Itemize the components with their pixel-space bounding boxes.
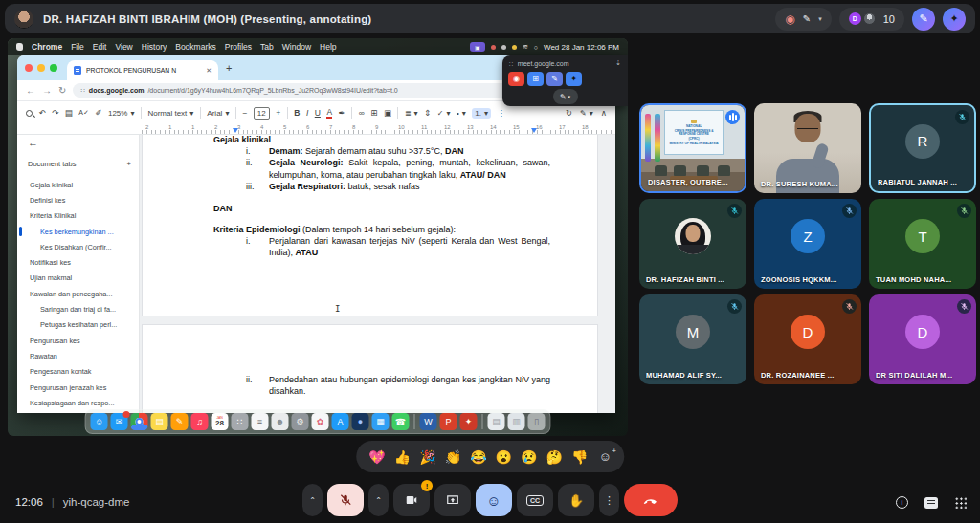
mute-button[interactable]: [327, 484, 364, 516]
dock-launchpad-icon[interactable]: ∷: [232, 413, 249, 430]
annotate-pen-button[interactable]: ✎: [912, 8, 935, 31]
add-reaction-icon[interactable]: ☺+: [598, 449, 611, 464]
camera-options-chevron[interactable]: ⌃: [368, 484, 389, 516]
reaction-party-popper[interactable]: 🎉: [419, 450, 435, 464]
annotate-icon[interactable]: ✎: [803, 13, 811, 24]
align-select[interactable]: ≣▾: [405, 109, 418, 118]
add-tab-icon[interactable]: +: [127, 160, 131, 168]
more-options-button[interactable]: ⋮: [599, 484, 619, 516]
participant-tile[interactable]: MMUHAMAD ALIF SY...: [639, 294, 746, 384]
activities-button[interactable]: [954, 496, 967, 509]
sidebar-back-icon[interactable]: ←: [28, 137, 38, 148]
minimize-window-icon[interactable]: [37, 64, 45, 72]
doc-tab-item[interactable]: Kawalan dan pencegaha...: [17, 286, 139, 301]
participant-tile[interactable]: TTUAN MOHD NAHA...: [869, 199, 976, 289]
participant-tile[interactable]: DR. SURESH KUMA...: [754, 103, 861, 193]
back-icon[interactable]: ←: [26, 85, 35, 96]
more-options-icon[interactable]: ⋮: [497, 108, 505, 118]
undo-icon[interactable]: ↶: [39, 108, 46, 118]
meet-pip-window[interactable]: ∷ meet.google.com ✎ ⇣ ◉ ⊞ ✎ ✦ ✎▾: [502, 55, 628, 106]
menu-bookmarks[interactable]: Bookmarks: [175, 42, 216, 52]
menu-history[interactable]: History: [142, 42, 167, 52]
dock-appstore-icon[interactable]: A: [332, 413, 349, 430]
participant-tile[interactable]: DR. HAFIZAH BINTI ...: [639, 199, 746, 289]
reaction-sparkling-heart[interactable]: 💖: [368, 450, 385, 464]
raise-hand-button[interactable]: ✋: [558, 484, 594, 516]
reload-icon[interactable]: ↻: [58, 85, 66, 96]
participant-tile[interactable]: NATIONALCRISIS PREPAREDNESS & RESPONSE C…: [639, 103, 746, 193]
highlight-icon[interactable]: ✒: [339, 108, 345, 118]
menu-window[interactable]: Window: [282, 42, 311, 52]
dock-keynote-icon[interactable]: ▦: [372, 413, 390, 430]
browser-tab[interactable]: PROTOKOL PENGURUSAN N ✕: [67, 60, 218, 80]
menu-profiles[interactable]: Profiles: [225, 42, 252, 52]
italic-icon[interactable]: I: [306, 108, 308, 118]
participant-tile[interactable]: DDR. ROZAINANEE ...: [754, 294, 861, 384]
dock-chrome-icon[interactable]: [131, 413, 148, 430]
text-color-icon[interactable]: A: [326, 108, 332, 119]
camera-button[interactable]: !: [393, 484, 430, 516]
recording-icon[interactable]: ◉: [785, 13, 794, 25]
doc-tab-item[interactable]: Definisi kes: [17, 192, 139, 207]
doc-tab-item[interactable]: Ujian makmal: [17, 271, 139, 286]
reaction-face-with-tears-of-joy[interactable]: 😂: [470, 450, 486, 464]
zoom-select[interactable]: 125%▾: [108, 109, 134, 118]
doc-tab-item[interactable]: Kriteria Klinikal: [17, 208, 139, 224]
site-settings-icon[interactable]: ∷: [80, 87, 84, 95]
underline-icon[interactable]: U: [315, 108, 321, 118]
doc-tab-item[interactable]: Gejala klinikal: [17, 177, 139, 192]
dock-window-sheet-icon[interactable]: ▥: [508, 413, 525, 430]
dock-whatsapp-icon[interactable]: ☎: [392, 413, 410, 430]
paint-format-icon[interactable]: ✐: [95, 108, 101, 118]
search-icon[interactable]: [26, 110, 33, 117]
doc-tab-item[interactable]: Kes Disahkan (Confir...: [17, 239, 139, 254]
paragraph-style-select[interactable]: Normal text▾: [147, 109, 193, 118]
doc-tab-item[interactable]: Notifikasi kes: [17, 254, 139, 270]
wifi-icon[interactable]: ≋: [523, 43, 528, 51]
close-window-icon[interactable]: [25, 64, 33, 72]
participant-tile[interactable]: RRABIATUL JANNAH ...: [869, 103, 976, 193]
dock-calendar-icon[interactable]: JAN28: [212, 413, 229, 430]
increase-font-icon[interactable]: +: [276, 108, 280, 118]
insert-link-icon[interactable]: ∞: [359, 108, 365, 118]
indent-marker-icon[interactable]: [233, 128, 238, 133]
pip-pen-button[interactable]: ✎: [546, 72, 563, 86]
font-select[interactable]: Arial▾: [207, 109, 229, 118]
dock-finder-icon[interactable]: ☺: [91, 413, 108, 430]
dock-trash-icon[interactable]: ▯: [528, 413, 546, 430]
numbered-list-select[interactable]: 1.▾: [472, 108, 491, 119]
reaction-clapping-hands[interactable]: 👏: [445, 450, 461, 464]
present-button[interactable]: [434, 484, 471, 516]
collapse-toolbar-icon[interactable]: ∧: [601, 108, 607, 118]
chevron-down-icon[interactable]: ▾: [818, 15, 822, 23]
document-page-2[interactable]: ii.Pendedahan atau hubungan epidemiologi…: [142, 324, 598, 413]
menu-tab[interactable]: Tab: [260, 42, 274, 52]
print-icon[interactable]: ▤: [65, 108, 73, 118]
dock-dictionary-icon[interactable]: ●: [352, 413, 369, 430]
version-history-icon[interactable]: ↻: [566, 108, 572, 118]
info-button[interactable]: i: [896, 496, 908, 509]
checklist-select[interactable]: ✓▾: [437, 109, 451, 118]
menu-chrome[interactable]: Chrome: [32, 42, 62, 52]
doc-tab-item[interactable]: Pengesanan kontak: [17, 364, 139, 380]
dock-contacts-icon[interactable]: ☻: [272, 413, 289, 430]
dock-settings-icon[interactable]: ⚙: [292, 413, 309, 430]
reactions-button[interactable]: ☺: [476, 484, 512, 516]
dock-word-icon[interactable]: W: [420, 413, 437, 430]
mic-options-chevron[interactable]: ⌃: [302, 484, 323, 516]
end-call-button[interactable]: [624, 484, 678, 516]
mic-icon[interactable]: ⇣: [615, 59, 621, 67]
add-comment-icon[interactable]: ⊞: [370, 108, 377, 118]
dock-window-doc-icon[interactable]: ▤: [488, 413, 505, 430]
dock-photos-icon[interactable]: ✿: [312, 413, 329, 430]
spotlight-icon[interactable]: ○: [534, 44, 538, 51]
document-page-1[interactable]: Gejala klinikal i.Demam: Sejarah demam a…: [142, 135, 598, 316]
pip-pen-tool[interactable]: ✎▾: [553, 89, 578, 104]
menu-edit[interactable]: Edit: [93, 42, 107, 52]
doc-tab-item[interactable]: Pengurusan kes: [17, 333, 139, 348]
redo-icon[interactable]: ↷: [52, 108, 58, 118]
chat-button[interactable]: [924, 497, 938, 509]
doc-tab-item[interactable]: Kesiapsiagaan dan respo...: [17, 395, 139, 410]
menu-bar-clock[interactable]: Wed 28 Jan 12:06 PM: [544, 43, 619, 52]
dock-notes-icon[interactable]: ▤: [151, 413, 168, 430]
